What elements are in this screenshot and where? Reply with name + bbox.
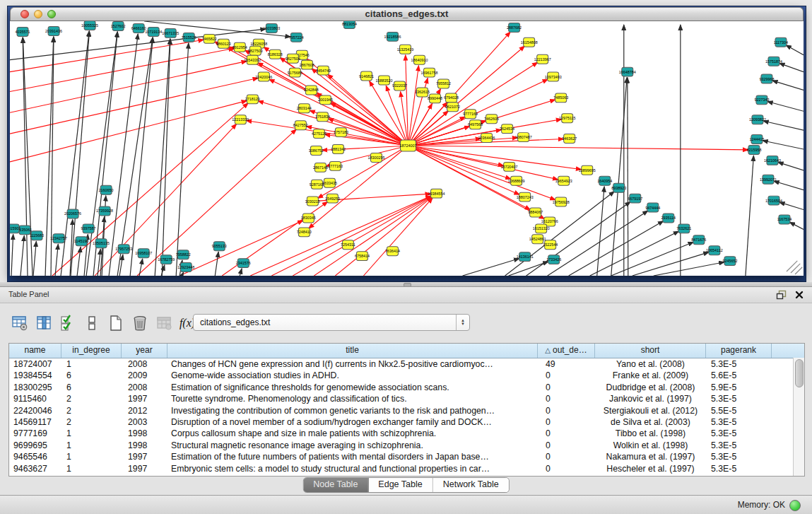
graph-node[interactable]: 18724007 xyxy=(400,140,417,151)
table-cell[interactable]: de Silva et al. (2003) xyxy=(595,416,706,428)
graph-node[interactable]: 12975115 xyxy=(559,114,576,123)
table-cell[interactable]: Nakamura et al. (1997) xyxy=(595,451,706,462)
table-cell[interactable]: 2 xyxy=(61,416,122,428)
graph-node[interactable]: 2718129 xyxy=(245,95,260,104)
graph-node[interactable]: 9245652 xyxy=(722,257,737,266)
table-cell[interactable]: 5.3E-5 xyxy=(706,463,772,474)
table-row[interactable]: 946362711997Embryonic stem cells: a mode… xyxy=(9,463,804,474)
graph-edge[interactable] xyxy=(215,252,218,276)
table-scrollbar[interactable] xyxy=(793,358,804,476)
delete-column-button[interactable] xyxy=(130,313,150,333)
table-row[interactable]: 911546021997Tourette syndrome. Phenomeno… xyxy=(9,393,804,404)
table-cell[interactable]: 5.3E-5 xyxy=(706,451,772,462)
table-cell[interactable]: Hescheler et al. (1997) xyxy=(595,463,706,474)
column-header-year[interactable]: year xyxy=(122,344,167,358)
graph-node[interactable]: 8186328 xyxy=(268,49,283,59)
scrollbar-thumb[interactable] xyxy=(795,359,804,387)
graph-edge[interactable] xyxy=(162,39,170,276)
graph-node[interactable]: 9242848 xyxy=(304,86,319,95)
graph-node[interactable]: 17016504 xyxy=(765,196,782,205)
graph-edge[interactable] xyxy=(408,146,512,179)
table-cell[interactable]: 2012 xyxy=(122,405,167,416)
table-cell[interactable]: Structural magnetic resonance image aver… xyxy=(167,440,538,451)
table-cell[interactable]: 5.3E-5 xyxy=(706,416,772,428)
minimize-window-icon[interactable] xyxy=(34,10,42,18)
graph-edge[interactable] xyxy=(408,66,419,146)
network-canvas[interactable]: 4035571203914361005532515276026466160107… xyxy=(10,21,804,276)
graph-node[interactable]: 3086752 xyxy=(309,146,324,156)
table-cell[interactable]: 22420046 xyxy=(9,405,61,416)
table-cell[interactable]: Franke et al. (2009) xyxy=(595,370,706,381)
graph-edge[interactable] xyxy=(330,103,408,146)
graph-node[interactable]: 1167534 xyxy=(777,215,792,224)
table-cell[interactable]: Investigating the contribution of common… xyxy=(167,405,538,416)
graph-node[interactable]: 19218586 xyxy=(384,32,401,41)
graph-edge[interactable] xyxy=(763,141,804,149)
graph-edge[interactable] xyxy=(271,196,431,276)
table-cell[interactable]: 1997 xyxy=(122,393,167,404)
graph-node[interactable]: 2867148 xyxy=(313,163,328,172)
table-selector-dropdown[interactable]: citations_edges.txt ▲▼ xyxy=(193,314,470,331)
graph-node[interactable]: 19654923 xyxy=(555,176,572,185)
graph-edge[interactable] xyxy=(240,269,242,276)
graph-node[interactable]: 9621072 xyxy=(445,103,460,112)
graph-edge[interactable] xyxy=(33,241,36,276)
table-cell[interactable]: Disruption of a novel member of a sodium… xyxy=(167,416,538,428)
graph-node[interactable]: 20364436 xyxy=(478,134,495,143)
graph-node[interactable]: 7248410 xyxy=(297,228,312,237)
table-cell[interactable]: 18300295 xyxy=(9,382,61,393)
close-panel-button[interactable] xyxy=(794,289,805,300)
graph-node[interactable]: 1881342 xyxy=(331,145,346,154)
table-cell[interactable]: 6 xyxy=(61,382,122,393)
column-header-title[interactable]: title xyxy=(167,344,538,358)
table-cell[interactable]: 9699695 xyxy=(9,440,61,451)
table-cell[interactable]: Changes of HCN gene expression and I(f) … xyxy=(167,358,538,370)
graph-node[interactable]: 2341576 xyxy=(236,259,251,268)
table-row[interactable]: 2242004622012Investigating the contribut… xyxy=(9,405,804,416)
graph-node[interactable]: 7632621 xyxy=(676,224,691,233)
graph-node[interactable]: 19756928 xyxy=(553,197,570,206)
graph-node[interactable]: 10654112 xyxy=(706,246,723,255)
graph-node[interactable]: 7254311 xyxy=(341,240,355,250)
table-cell[interactable]: Corpus callosum shape and size in male p… xyxy=(167,428,538,439)
graph-node[interactable]: 8938923 xyxy=(611,183,626,192)
table-cell[interactable]: Tibbo et al. (1998) xyxy=(595,428,706,439)
graph-node[interactable]: 15720407 xyxy=(501,162,518,171)
graph-node[interactable]: 1522544 xyxy=(543,240,558,250)
graph-edge[interactable] xyxy=(314,197,432,276)
graph-node[interactable]: 1362615 xyxy=(415,88,430,97)
graph-node[interactable]: 9777169 xyxy=(463,110,478,119)
table-cell[interactable]: Dudbridge et al. (2008) xyxy=(595,382,706,393)
graph-edge[interactable] xyxy=(20,235,24,276)
graph-node[interactable]: 10807487 xyxy=(515,133,532,142)
table-cell[interactable]: 1997 xyxy=(122,451,167,462)
table-cell[interactable]: 1998 xyxy=(122,440,167,451)
graph-edge[interactable] xyxy=(317,146,408,199)
graph-node[interactable]: 15751874 xyxy=(765,57,782,66)
graph-edge[interactable] xyxy=(767,101,804,111)
table-cell[interactable]: 1 xyxy=(61,463,122,474)
table-cell[interactable]: Estimation of significance thresholds fo… xyxy=(167,382,538,393)
graph-node[interactable]: 7955812 xyxy=(436,79,451,88)
graph-edge[interactable] xyxy=(611,78,627,276)
graph-node[interactable]: 7636414 xyxy=(385,247,400,256)
graph-node[interactable]: 12923448 xyxy=(177,263,194,272)
table-cell[interactable]: 9115460 xyxy=(9,393,61,404)
table-cell[interactable]: 5.3E-5 xyxy=(706,440,772,451)
table-cell[interactable]: 2008 xyxy=(122,382,167,393)
table-cell[interactable]: 0 xyxy=(538,393,595,404)
graph-edge[interactable] xyxy=(10,78,259,134)
graph-edge[interactable] xyxy=(408,146,582,170)
graph-node[interactable]: 2887682 xyxy=(507,23,522,32)
graph-edge[interactable] xyxy=(11,234,13,276)
graph-edge[interactable] xyxy=(787,261,797,271)
graph-node[interactable]: 7958822 xyxy=(176,250,191,259)
graph-edge[interactable] xyxy=(250,196,431,276)
graph-node[interactable]: 13505135 xyxy=(93,239,110,248)
graph-node[interactable]: 9463627 xyxy=(562,134,577,144)
table-cell[interactable]: Estimation of the future numbers of pati… xyxy=(167,451,538,462)
graph-node[interactable]: 9055133 xyxy=(212,242,227,251)
table-row[interactable]: 1456911722003Disruption of a novel membe… xyxy=(9,416,804,428)
table-cell[interactable]: 0 xyxy=(538,428,595,439)
table-cell[interactable]: 1998 xyxy=(122,428,167,439)
